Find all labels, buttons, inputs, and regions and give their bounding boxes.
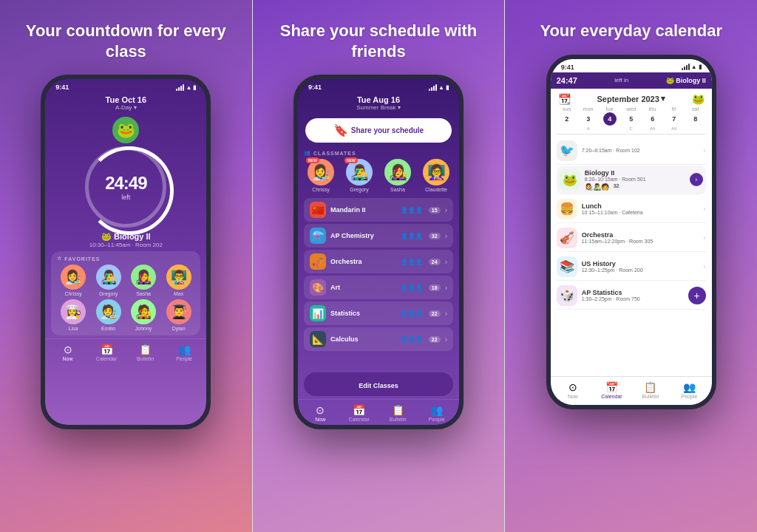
fav-avatar: 👨‍🎓 (166, 299, 191, 324)
week-day: sun 2 (557, 106, 577, 131)
classmate-name: Claudette (425, 187, 447, 192)
class-row[interactable]: ⚗️ AP Chemistry 👤👤👤 32 › (304, 224, 453, 248)
classmate-item: 👩‍🏫 Claudette (423, 159, 449, 192)
nav-calendar-2[interactable]: 📅 Calendar (340, 404, 379, 422)
nav-people-1[interactable]: 👥 People (165, 344, 204, 361)
favorites-grid: 👩‍🎨 Chrissy 👨‍🎤 Gregory 👩‍🎤 Sasha (57, 265, 194, 331)
class-avatars: 👤👤👤 (401, 207, 423, 214)
panel-2: Share your schedule with friends 9:41 ▲ … (253, 0, 506, 532)
fav-name: Emilio (101, 326, 115, 331)
fav-item: 👩‍🎨 Chrissy (57, 265, 89, 296)
new-badge: NEW (306, 157, 319, 163)
class-row-3-active[interactable]: 🐸 Biology II 8:20–10:15am · Room 501 👩‍🎨… (557, 166, 706, 194)
fav-name: Dylan (172, 326, 186, 331)
bottom-nav-2: ⊙ Now 📅 Calendar 📋 Bulletin 👥 (298, 399, 459, 425)
class-row-lunch[interactable]: 🍔 Lunch 10:15–11:10am · Cafeteria › (557, 196, 706, 223)
nav-now-2[interactable]: ⊙ Now (301, 404, 340, 422)
calendar-icon-2: 📅 (353, 404, 365, 416)
nav-now-3[interactable]: ⊙ Now (554, 381, 593, 399)
week-day: fri 7 All (664, 106, 685, 131)
fav-item: 👨‍🎓 Dylan (163, 299, 195, 331)
class-count: 18 (429, 284, 441, 291)
nav-label-calendar-3: Calendar (601, 394, 622, 399)
add-class-button[interactable]: + (688, 287, 706, 304)
phone1-left: left (121, 194, 130, 201)
class-row[interactable]: 🎻 Orchestra 👤👤👤 24 › (304, 250, 453, 273)
class-row[interactable]: 🎨 Art 👤👤👤 18 › (304, 276, 453, 299)
classmate-item: NEW 👨‍🎤 Gregory (346, 159, 373, 192)
week-header: sun 2 mon 3 A tue 4 (551, 106, 712, 131)
class-icon-orchestra: 🎻 (310, 253, 326, 270)
bulletin-icon-3: 📋 (644, 381, 656, 393)
class-row[interactable]: 🇨🇳 Mandarin II 👤👤👤 15 › (304, 198, 453, 222)
class-row-3[interactable]: 🐦 7:20–8:15am · Room 102 › (557, 137, 706, 165)
classmates-label: 👥 CLASSMATES (304, 150, 453, 156)
nav-label-bulletin-3: Bulletin (642, 394, 659, 399)
class-row[interactable]: 📐 Calculus 👤👤👤 22 › (304, 327, 453, 351)
class-row-history[interactable]: 📚 US History 12:30–1:25pm · Room 200 › (557, 253, 706, 281)
status-time-3: 9:41 (561, 64, 574, 71)
class-info-history: US History 12:30–1:25pm · Room 200 (582, 260, 699, 273)
classmate-avatar: 👩‍🏫 (423, 159, 449, 185)
nav-people-2[interactable]: 👥 People (418, 404, 457, 422)
share-schedule-button[interactable]: 🔖 Share your schedule (305, 118, 452, 143)
phone1-day-type: A-Day ▾ (52, 104, 199, 111)
phone1-class-emoji: 🐸 (101, 232, 114, 241)
wifi-icon-3: ▲ (691, 64, 697, 70)
panel-1: Your countdown for every class 9:41 ▲ ▮ (0, 0, 253, 532)
class-count: 15 (429, 207, 441, 214)
edit-classes-button[interactable]: Edit Classes (304, 372, 453, 396)
classmate-name: Sasha (390, 187, 405, 192)
class-row[interactable]: 📊 Statistics 👤👤👤 22 › (304, 301, 453, 325)
nav-label-bulletin: Bulletin (137, 356, 154, 361)
class-avatars: 👤👤👤 (401, 233, 423, 239)
fav-name: Lisa (69, 326, 78, 331)
calendar-grid-icon: 📆 (558, 93, 571, 105)
classmates-section: 👥 CLASSMATES NEW 👩‍🎨 Chrissy (298, 147, 459, 195)
countdown-bar: 24:47 left in 🐸 Biology II (551, 72, 712, 89)
active-chevron-button[interactable]: › (690, 173, 703, 186)
chevron-right-icon-3: › (703, 146, 705, 154)
class-icon-art: 🎨 (310, 279, 326, 296)
class-count: 22 (429, 336, 441, 343)
week-day: sat 8 (685, 106, 706, 131)
class-count: 32 (429, 233, 441, 239)
nav-calendar-1[interactable]: 📅 Calendar (87, 344, 126, 361)
nav-bulletin-3[interactable]: 📋 Bulletin (631, 381, 671, 399)
nav-calendar-3[interactable]: 📅 Calendar (592, 381, 631, 399)
panel-3-title: Your everyday calendar (540, 21, 722, 41)
people-icon-3: 👥 (683, 381, 696, 393)
classmate-item: 👩‍🎤 Sasha (384, 159, 411, 192)
nav-people-3[interactable]: 👥 People (670, 381, 709, 399)
class-icon-biology: 🐸 (560, 169, 580, 190)
countdown-class-name: 🐸 Biology II (666, 77, 706, 84)
fav-avatar: 👨‍🏫 (166, 265, 191, 290)
class-row-orchestra[interactable]: 🎻 Orchestra 11:15am–12:20pm · Room 305 › (557, 225, 706, 252)
nav-now-1[interactable]: ⊙ Now (48, 344, 87, 361)
classmate-avatar: 👩‍🎤 (384, 159, 411, 185)
class-row-stats[interactable]: 🎲 AP Statistics 1:30–2:25pm · Room 750 + (557, 282, 706, 310)
class-list-3: 🐦 7:20–8:15am · Room 102 › 🐸 Biology II (551, 137, 712, 376)
fav-item: 👩‍🎤 Sasha (127, 265, 160, 296)
panel-3: Your everyday calendar 9:41 ▲ ▮ (505, 0, 757, 532)
fav-avatar: 👩‍🎤 (131, 265, 156, 290)
fav-item: 🧑‍🎤 Johnny (127, 299, 160, 331)
share-icon: 🔖 (333, 123, 348, 137)
class-name-biology: Biology II (585, 169, 685, 177)
divider (557, 134, 706, 134)
class-name-art: Art (330, 284, 396, 291)
phone1-date: Tue Oct 16 (52, 95, 199, 104)
classmate-name: Chrissy (312, 187, 329, 192)
chevron-right-icon-lunch: › (703, 205, 705, 213)
nav-bulletin-1[interactable]: 📋 Bulletin (126, 344, 165, 361)
nav-bulletin-2[interactable]: 📋 Bulletin (378, 404, 418, 422)
now-icon-2: ⊙ (316, 404, 325, 416)
fav-avatar: 🧑‍🎤 (131, 299, 156, 324)
nav-label-people-2: People (429, 417, 445, 422)
week-day-today[interactable]: tue 4 (600, 106, 620, 131)
status-bar-2: 9:41 ▲ ▮ (298, 79, 459, 92)
profile-icon: 🐸 (692, 93, 705, 105)
nav-label-bulletin-2: Bulletin (390, 417, 407, 422)
class-time-orchestra: 11:15am–12:20pm · Room 305 (582, 239, 699, 244)
phone2-header: Tue Aug 16 Summer Break ▾ (298, 92, 459, 114)
